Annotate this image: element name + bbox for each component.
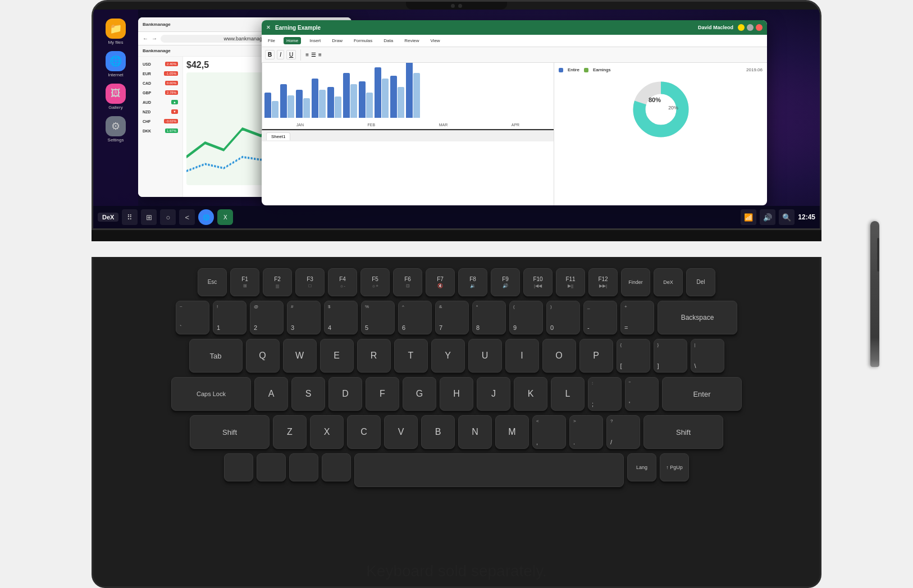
menu-home[interactable]: Home bbox=[284, 37, 301, 44]
taskbar-browser-app[interactable]: 🌐 bbox=[198, 209, 214, 225]
key-meta[interactable] bbox=[322, 453, 351, 481]
key-s[interactable]: S bbox=[291, 377, 325, 411]
key-finder[interactable]: Finder bbox=[621, 268, 650, 296]
key-period[interactable]: >. bbox=[569, 415, 603, 449]
key-4[interactable]: $4 bbox=[324, 301, 358, 334]
excel-maximize[interactable] bbox=[747, 24, 754, 31]
key-6[interactable]: ^6 bbox=[398, 301, 432, 334]
key-o[interactable]: O bbox=[542, 339, 576, 373]
key-fn-key[interactable] bbox=[257, 453, 286, 481]
sheet1-tab[interactable]: Sheet1 bbox=[266, 132, 290, 140]
key-pgup[interactable]: ↑ PgUp bbox=[660, 453, 689, 481]
key-y[interactable]: Y bbox=[431, 339, 465, 373]
key-0[interactable]: )0 bbox=[546, 301, 580, 334]
key-f12[interactable]: F12▶▶| bbox=[588, 268, 618, 296]
dex-button[interactable]: DeX bbox=[98, 213, 118, 222]
key-enter[interactable]: Enter bbox=[662, 377, 742, 411]
taskbar-back-icon[interactable]: < bbox=[179, 209, 195, 225]
key-slash[interactable]: ?/ bbox=[606, 415, 640, 449]
key-comma[interactable]: <, bbox=[532, 415, 566, 449]
key-shift-left[interactable]: Shift bbox=[190, 415, 270, 449]
key-f3[interactable]: F3□ bbox=[295, 268, 325, 296]
taskbar-wifi-icon[interactable]: 📶 bbox=[741, 209, 756, 225]
key-t[interactable]: T bbox=[394, 339, 428, 373]
key-lang[interactable]: Lang bbox=[627, 453, 656, 481]
key-n[interactable]: N bbox=[458, 415, 492, 449]
key-backtick[interactable]: ~` bbox=[176, 301, 209, 334]
key-u[interactable]: U bbox=[468, 339, 502, 373]
taskbar-sound-icon[interactable]: 🔊 bbox=[760, 209, 775, 225]
key-shift-right[interactable]: Shift bbox=[643, 415, 723, 449]
bold-button[interactable]: B bbox=[265, 50, 275, 59]
taskbar-apps-icon[interactable]: ⠿ bbox=[122, 209, 138, 225]
align-right-icon[interactable]: ≡ bbox=[318, 52, 322, 58]
key-1[interactable]: !1 bbox=[213, 301, 246, 334]
key-c[interactable]: C bbox=[347, 415, 381, 449]
sidebar-item-gallery[interactable]: 🖼 Gallery bbox=[101, 81, 131, 112]
key-p[interactable]: P bbox=[579, 339, 613, 373]
key-space[interactable] bbox=[354, 453, 624, 487]
key-v[interactable]: V bbox=[384, 415, 418, 449]
menu-view[interactable]: View bbox=[427, 37, 442, 44]
key-f9[interactable]: F9🔊 bbox=[491, 268, 520, 296]
key-f4[interactable]: F4☼- bbox=[328, 268, 357, 296]
key-esc[interactable]: Esc bbox=[198, 268, 227, 296]
key-j[interactable]: J bbox=[477, 377, 510, 411]
key-8[interactable]: *8 bbox=[472, 301, 506, 334]
key-f6[interactable]: F6⊡ bbox=[393, 268, 422, 296]
underline-button[interactable]: U bbox=[286, 50, 296, 59]
key-k[interactable]: K bbox=[514, 377, 547, 411]
key-d[interactable]: D bbox=[328, 377, 362, 411]
key-f7[interactable]: F7🔇 bbox=[426, 268, 455, 296]
key-backslash[interactable]: |\ bbox=[691, 339, 724, 373]
key-x[interactable]: X bbox=[310, 415, 344, 449]
taskbar-windows-icon[interactable]: ⊞ bbox=[141, 209, 157, 225]
key-f1[interactable]: F1⊞ bbox=[230, 268, 259, 296]
key-e[interactable]: E bbox=[320, 339, 354, 373]
italic-button[interactable]: I bbox=[277, 50, 284, 59]
taskbar-home-icon[interactable]: ○ bbox=[160, 209, 176, 225]
menu-formulas[interactable]: Formulas bbox=[351, 37, 375, 44]
forward-icon[interactable]: → bbox=[152, 35, 157, 42]
key-minus[interactable]: _- bbox=[583, 301, 617, 334]
menu-insert[interactable]: Insert bbox=[307, 37, 323, 44]
key-dex[interactable]: DeX bbox=[654, 268, 683, 296]
key-f2[interactable]: F2||| bbox=[263, 268, 292, 296]
key-semicolon[interactable]: :; bbox=[588, 377, 622, 411]
key-i[interactable]: I bbox=[505, 339, 539, 373]
key-w[interactable]: W bbox=[283, 339, 317, 373]
key-9[interactable]: (9 bbox=[509, 301, 543, 334]
key-b[interactable]: B bbox=[421, 415, 455, 449]
key-leftbracket[interactable]: {[ bbox=[617, 339, 650, 373]
menu-review[interactable]: Review bbox=[401, 37, 422, 44]
align-left-icon[interactable]: ≡ bbox=[305, 52, 309, 58]
key-capslock[interactable]: Caps Lock bbox=[171, 377, 251, 411]
key-equals[interactable]: += bbox=[620, 301, 654, 334]
key-3[interactable]: #3 bbox=[287, 301, 321, 334]
menu-draw[interactable]: Draw bbox=[329, 37, 345, 44]
excel-close[interactable] bbox=[756, 24, 763, 31]
key-7[interactable]: &7 bbox=[435, 301, 469, 334]
key-quote[interactable]: "' bbox=[625, 377, 659, 411]
key-2[interactable]: @2 bbox=[250, 301, 284, 334]
key-del[interactable]: Del bbox=[686, 268, 715, 296]
excel-window[interactable]: ✕ Earning Example David Macleod File Hom… bbox=[262, 20, 767, 205]
sidebar-item-internet[interactable]: 🌐 Internet bbox=[101, 49, 131, 79]
key-m[interactable]: M bbox=[495, 415, 529, 449]
key-l[interactable]: L bbox=[551, 377, 585, 411]
key-a[interactable]: A bbox=[254, 377, 288, 411]
key-z[interactable]: Z bbox=[273, 415, 307, 449]
key-tab[interactable]: Tab bbox=[189, 339, 243, 373]
key-f8[interactable]: F8🔉 bbox=[458, 268, 487, 296]
key-h[interactable]: H bbox=[440, 377, 473, 411]
key-g[interactable]: G bbox=[403, 377, 436, 411]
key-f[interactable]: F bbox=[366, 377, 399, 411]
key-f5[interactable]: F5☼+ bbox=[360, 268, 390, 296]
align-center-icon[interactable]: ☰ bbox=[311, 52, 316, 58]
back-icon[interactable]: ← bbox=[143, 35, 148, 42]
sidebar-item-settings[interactable]: ⚙ Settings bbox=[101, 114, 131, 144]
key-alt[interactable] bbox=[289, 453, 318, 481]
menu-data[interactable]: Data bbox=[381, 37, 396, 44]
key-f10[interactable]: F10|◀◀ bbox=[523, 268, 553, 296]
key-ctrl[interactable] bbox=[224, 453, 253, 481]
